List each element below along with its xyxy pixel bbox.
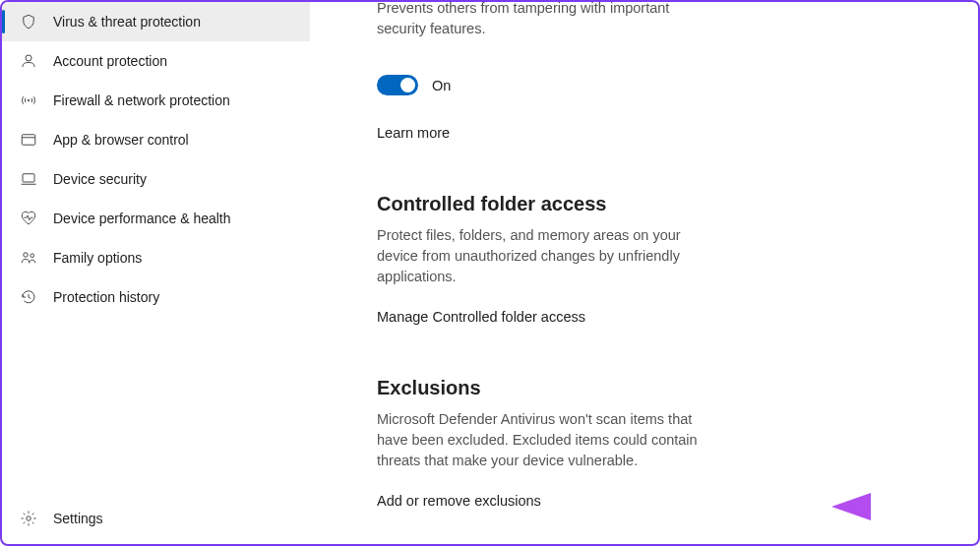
main-content: Prevents others from tampering with impo…: [310, 2, 978, 544]
sidebar-item-label: Settings: [53, 511, 103, 526]
sidebar-item-label: App & browser control: [53, 132, 189, 148]
heart-icon: [20, 210, 37, 227]
sidebar-item-label: Firewall & network protection: [53, 92, 230, 108]
tamper-toggle-row: On: [377, 75, 949, 95]
tamper-desc: Prevents others from tampering with impo…: [377, 2, 721, 39]
sidebar-item-label: Protection history: [53, 289, 159, 305]
svg-rect-4: [23, 174, 34, 182]
shield-icon: [20, 13, 37, 30]
windows-security-window: Virus & threat protection Account protec…: [0, 0, 980, 546]
sidebar-item-firewall[interactable]: Firewall & network protection: [2, 81, 310, 120]
sidebar-item-app-browser[interactable]: App & browser control: [2, 120, 310, 159]
sidebar-item-settings[interactable]: Settings: [20, 501, 310, 536]
sidebar-item-label: Device security: [53, 171, 147, 187]
antenna-icon: [20, 91, 37, 109]
tamper-toggle[interactable]: [377, 75, 418, 95]
svg-point-0: [26, 55, 31, 61]
sidebar: Virus & threat protection Account protec…: [2, 2, 310, 544]
nav-list: Virus & threat protection Account protec…: [2, 2, 310, 501]
exclusions-action-link[interactable]: Add or remove exclusions: [377, 493, 541, 509]
cfa-desc: Protect files, folders, and memory areas…: [377, 225, 721, 287]
tamper-section: Prevents others from tampering with impo…: [377, 2, 949, 142]
cfa-manage-link[interactable]: Manage Controlled folder access: [377, 309, 585, 325]
history-icon: [20, 288, 37, 306]
sidebar-item-device-perf[interactable]: Device performance & health: [2, 199, 310, 238]
svg-point-7: [31, 254, 34, 258]
person-icon: [20, 52, 37, 70]
sidebar-item-label: Family options: [53, 250, 142, 266]
family-icon: [20, 249, 37, 267]
sidebar-item-account[interactable]: Account protection: [2, 41, 310, 81]
tamper-toggle-label: On: [432, 78, 451, 93]
exclusions-heading: Exclusions: [377, 377, 949, 399]
svg-point-8: [27, 516, 31, 521]
sidebar-item-device-security[interactable]: Device security: [2, 159, 310, 199]
exclusions-desc: Microsoft Defender Antivirus won't scan …: [377, 409, 721, 471]
svg-rect-2: [22, 135, 35, 146]
exclusions-section: Exclusions Microsoft Defender Antivirus …: [377, 377, 949, 510]
sidebar-item-label: Device performance & health: [53, 211, 231, 226]
gear-icon: [20, 510, 37, 527]
window-icon: [20, 131, 37, 149]
sidebar-item-label: Virus & threat protection: [53, 14, 201, 30]
sidebar-item-virus-threat[interactable]: Virus & threat protection: [2, 2, 310, 41]
toggle-knob: [400, 78, 415, 92]
laptop-icon: [20, 170, 37, 188]
sidebar-item-label: Account protection: [53, 53, 167, 69]
cfa-section: Controlled folder access Protect files, …: [377, 193, 949, 326]
tamper-learn-more-link[interactable]: Learn more: [377, 125, 450, 141]
sidebar-footer: Settings: [2, 501, 310, 544]
svg-point-1: [28, 99, 30, 101]
sidebar-item-history[interactable]: Protection history: [2, 277, 310, 317]
svg-point-6: [24, 253, 29, 258]
cfa-heading: Controlled folder access: [377, 193, 949, 215]
sidebar-item-family[interactable]: Family options: [2, 238, 310, 277]
